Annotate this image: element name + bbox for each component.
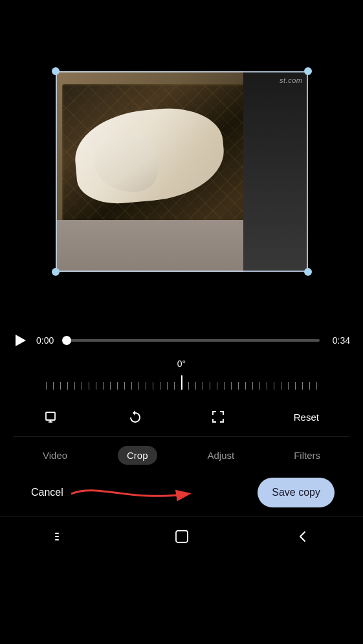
tab-video[interactable]: Video (34, 446, 76, 465)
save-copy-button[interactable]: Save copy (258, 478, 335, 507)
angle-row: 0° (13, 355, 350, 397)
tick (110, 382, 111, 390)
nav-back-button[interactable] (291, 525, 314, 548)
free-crop-icon (210, 409, 226, 425)
tick (153, 382, 153, 390)
crop-handle-bottom-left[interactable] (52, 268, 60, 276)
tick (252, 382, 253, 390)
rotation-ruler[interactable] (13, 373, 350, 392)
free-crop-button[interactable] (205, 404, 231, 430)
rotate-button[interactable] (122, 404, 148, 430)
annotation-arrow (65, 480, 259, 508)
tick (316, 382, 317, 390)
crop-border-top (56, 71, 308, 72)
crop-aspect-button[interactable] (39, 404, 65, 430)
tick (60, 382, 61, 390)
tick (231, 382, 232, 390)
time-current: 0:00 (36, 335, 59, 346)
menu-icon (54, 529, 68, 544)
play-button[interactable] (13, 333, 28, 348)
tick (210, 382, 210, 390)
tick (138, 382, 139, 390)
tools-row: Reset (13, 397, 350, 437)
tick (131, 382, 132, 390)
crop-aspect-icon (44, 409, 60, 425)
ruler-ticks (13, 373, 350, 392)
tick (103, 382, 104, 390)
tick (259, 382, 260, 390)
tick (53, 382, 54, 390)
tick (160, 382, 160, 390)
ruler-center-tick (181, 375, 182, 390)
nav-menu-button[interactable] (49, 525, 72, 548)
tick (46, 382, 47, 390)
crop-border-left (56, 71, 57, 272)
back-chevron-icon (296, 529, 310, 544)
tick (167, 382, 168, 390)
crop-border-bottom (56, 271, 308, 272)
tick (281, 382, 281, 390)
tick (117, 382, 118, 390)
tick (195, 382, 196, 390)
progress-bar[interactable] (67, 339, 320, 342)
controls-area: 0:00 0:34 0° (0, 324, 363, 516)
bottom-action-bar: Cancel Save copy (13, 471, 350, 516)
crop-handle-bottom-right[interactable] (304, 268, 312, 276)
crop-handle-top-left[interactable] (52, 67, 60, 75)
angle-value: 0° (177, 359, 186, 369)
tick (302, 382, 303, 390)
video-crop-area: st.com (0, 0, 363, 324)
tick (245, 382, 246, 390)
tabs-row: Video Crop Adjust Filters (13, 437, 350, 471)
nav-home-button[interactable] (170, 525, 193, 548)
tick (124, 382, 125, 390)
tick (238, 382, 239, 390)
tick (67, 382, 68, 390)
svg-rect-7 (176, 531, 188, 542)
tick (309, 382, 310, 390)
reset-button[interactable]: Reset (289, 406, 324, 428)
crop-handle-top-right[interactable] (304, 67, 312, 75)
tick (82, 382, 82, 390)
tick (224, 382, 225, 390)
home-square-icon (174, 529, 190, 544)
tab-filters[interactable]: Filters (285, 446, 329, 465)
tick (267, 382, 267, 390)
rotate-icon (127, 409, 143, 425)
tick (203, 382, 203, 390)
tick (274, 382, 274, 390)
tab-adjust[interactable]: Adjust (198, 446, 243, 465)
progress-thumb[interactable] (62, 336, 71, 345)
watermark: st.com (280, 76, 302, 84)
tick (188, 382, 189, 390)
tick (89, 382, 89, 390)
tick (174, 382, 175, 390)
svg-rect-0 (46, 412, 55, 420)
play-icon (16, 335, 26, 346)
tick (146, 382, 146, 390)
nav-bar (0, 516, 363, 559)
tick (295, 382, 296, 390)
cancel-button[interactable]: Cancel (28, 482, 66, 504)
tick (217, 382, 217, 390)
crop-border-right (307, 71, 308, 272)
tab-crop[interactable]: Crop (118, 446, 157, 465)
tick (74, 382, 75, 390)
playback-row: 0:00 0:34 (13, 324, 350, 355)
crop-image: st.com (56, 71, 308, 272)
time-total: 0:34 (327, 335, 350, 346)
tick (288, 382, 289, 390)
tick (96, 382, 96, 390)
